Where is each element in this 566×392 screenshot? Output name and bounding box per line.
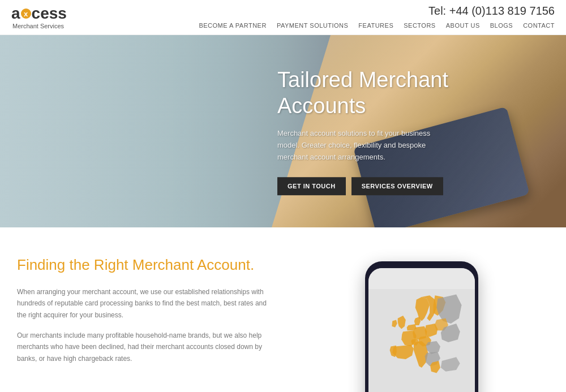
hero-buttons: GET IN TOUCH SERVICES OVERVIEW: [277, 177, 532, 195]
phone-screen: [368, 268, 475, 392]
header-right: Tel: +44 (0)113 819 7156 BECOME A PARTNE…: [199, 5, 555, 30]
logo-subtitle: Merchant Services: [12, 23, 67, 29]
map-background: [368, 268, 475, 392]
section-title: Finding the Right Merchant Account.: [17, 256, 272, 275]
phone-notch: [410, 264, 433, 267]
europe-map-svg: [368, 268, 475, 392]
main-nav: BECOME A PARTNER PAYMENT SOLUTIONS FEATU…: [199, 20, 555, 30]
site-header: acess Merchant Services Tel: +44 (0)113 …: [0, 0, 566, 35]
logo-area: acess Merchant Services: [11, 6, 67, 29]
nav-item-payment-solutions[interactable]: PAYMENT SOLUTIONS: [277, 20, 348, 30]
content-section: Finding the Right Merchant Account. When…: [0, 227, 566, 392]
phone-number: Tel: +44 (0)113 819 7156: [428, 5, 555, 18]
hero-title: Tailored Merchant Accounts: [277, 67, 532, 119]
nav-item-about-us[interactable]: ABOUT US: [446, 20, 480, 30]
nav-item-contact[interactable]: CONTACT: [523, 20, 555, 30]
content-left: Finding the Right Merchant Account. When…: [17, 256, 272, 392]
nav-item-sectors[interactable]: SECTORS: [404, 20, 435, 30]
logo: acess: [11, 6, 67, 21]
services-overview-button[interactable]: SERVICES OVERVIEW: [351, 177, 443, 195]
content-right: [294, 256, 549, 392]
phone-mockup: [365, 261, 478, 392]
nav-item-blogs[interactable]: BLOGS: [490, 20, 513, 30]
nav-item-features[interactable]: FEATURES: [358, 20, 393, 30]
hero-subtitle: Merchant account solutions to fit your b…: [277, 128, 436, 163]
logo-x-icon: [21, 8, 31, 19]
hero-content: Tailored Merchant Accounts Merchant acco…: [277, 67, 532, 195]
get-in-touch-button[interactable]: GET IN TOUCH: [277, 177, 346, 195]
section-para-2: Our merchants include many profitable ho…: [17, 330, 272, 364]
hero-section: Tailored Merchant Accounts Merchant acco…: [0, 35, 566, 227]
section-para-1: When arranging your merchant account, we…: [17, 286, 272, 321]
nav-menu: BECOME A PARTNER PAYMENT SOLUTIONS FEATU…: [199, 20, 555, 30]
nav-item-become-partner[interactable]: BECOME A PARTNER: [199, 20, 266, 30]
